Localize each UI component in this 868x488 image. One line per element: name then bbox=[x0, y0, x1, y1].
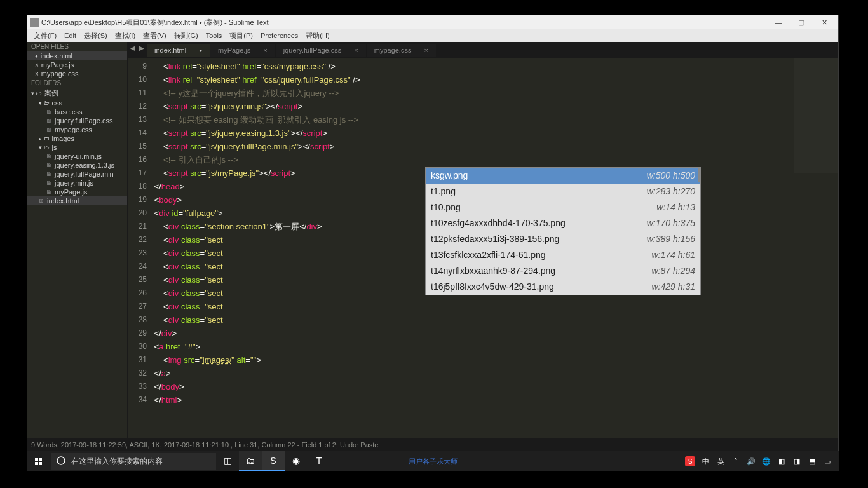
tray-volume-icon[interactable]: 🔊 bbox=[746, 456, 756, 466]
autocomplete-item[interactable]: t12pksfedaxxx51i3j-389-156.pngw:389 h:15… bbox=[426, 231, 700, 247]
maximize-button[interactable]: ▢ bbox=[790, 16, 813, 29]
tab-index[interactable]: index.html● bbox=[147, 44, 210, 57]
file-item[interactable]: 🗎index.html bbox=[27, 196, 127, 205]
file-icon: 🗎 bbox=[46, 171, 52, 177]
file-icon: 🗎 bbox=[46, 153, 52, 159]
tray-sogou-icon[interactable]: S bbox=[685, 456, 695, 466]
open-file-item[interactable]: index.html bbox=[27, 51, 127, 60]
autocomplete-item[interactable]: t14nyrflxbxxaanhk9-87-294.pngw:87 h:294 bbox=[426, 263, 700, 279]
file-item[interactable]: 🗎jquery-ui.min.js bbox=[27, 152, 127, 161]
file-item[interactable]: 🗎jquery.min.js bbox=[27, 179, 127, 187]
app-icon bbox=[30, 18, 39, 27]
menu-edit[interactable]: Edit bbox=[60, 32, 80, 39]
file-item[interactable]: 🗎jquery.fullPage.css bbox=[27, 116, 127, 125]
tab-bar: index.html● myPage.js× jquery.fullPage.c… bbox=[128, 42, 838, 58]
editor-area: ◀ ▶ ▼ index.html● myPage.js× jquery.full… bbox=[128, 42, 838, 438]
tray-app-icon[interactable]: ⬒ bbox=[807, 456, 817, 466]
file-item[interactable]: 🗎jquery.easing.1.3.js bbox=[27, 161, 127, 170]
tray-ime-zh[interactable]: 中 bbox=[700, 456, 710, 466]
autocomplete-scrollbar[interactable] bbox=[698, 168, 700, 182]
taskbar-center-text: 用户各子乐大师 bbox=[409, 457, 458, 466]
folder-open-icon: ▾ 🗁 bbox=[39, 144, 50, 151]
menu-find[interactable]: 查找(I) bbox=[111, 31, 139, 41]
folder-images[interactable]: ▸ 🗀images bbox=[27, 134, 127, 143]
menu-project[interactable]: 项目(P) bbox=[226, 31, 257, 41]
minimap-viewport[interactable] bbox=[794, 58, 838, 173]
search-placeholder: 在这里输入你要搜索的内容 bbox=[71, 456, 163, 467]
autocomplete-popup[interactable]: ksgw.pngw:500 h:500 t1.pngw:283 h:270 t1… bbox=[425, 167, 701, 295]
folder-closed-icon: ▸ 🗀 bbox=[39, 135, 50, 142]
svg-rect-1 bbox=[39, 458, 42, 461]
tab-fullpage-css[interactable]: jquery.fullPage.css× bbox=[276, 44, 366, 57]
autocomplete-item[interactable]: ksgw.pngw:500 h:500 bbox=[426, 168, 700, 184]
cortana-icon bbox=[56, 456, 66, 468]
taskbar-app[interactable]: T bbox=[308, 451, 330, 471]
minimap[interactable] bbox=[794, 58, 838, 438]
folder-js[interactable]: ▾ 🗁js bbox=[27, 143, 127, 152]
autocomplete-item[interactable]: t13fcsfklcxxa2xfli-174-61.pngw:174 h:61 bbox=[426, 247, 700, 263]
tab-close-icon[interactable]: × bbox=[354, 46, 358, 54]
menu-file[interactable]: 文件(F) bbox=[30, 31, 60, 41]
windows-icon bbox=[35, 458, 42, 465]
autocomplete-item[interactable]: t10zesfg4axxxdhbd4-170-375.pngw:170 h:37… bbox=[426, 215, 700, 231]
tray-ime-en[interactable]: 英 bbox=[715, 456, 726, 466]
tab-close-icon[interactable]: × bbox=[424, 46, 428, 54]
autocomplete-item[interactable]: t16j5pfl8fxxc4v5dw-429-31.pngw:429 h:31 bbox=[426, 279, 700, 295]
file-icon: 🗎 bbox=[46, 126, 52, 133]
statusbar: 9 Words, 2017-09-18 11:22:59, ASCII, 1K,… bbox=[27, 438, 838, 451]
autocomplete-item[interactable]: t10.pngw:14 h:13 bbox=[426, 200, 700, 215]
window-title: C:\Users\apple\Desktop\H5项目01\案例\index.h… bbox=[41, 18, 767, 27]
tab-dirty-icon: ● bbox=[199, 48, 202, 53]
sidebar: OPEN FILES index.html myPage.js mypage.c… bbox=[27, 42, 128, 438]
open-file-item[interactable]: myPage.js bbox=[27, 60, 127, 69]
nav-back-button[interactable]: ◀ bbox=[130, 44, 138, 53]
menu-view[interactable]: 查看(V) bbox=[139, 31, 170, 41]
menu-goto[interactable]: 转到(G) bbox=[170, 31, 202, 41]
taskbar-chrome[interactable]: ◉ bbox=[285, 451, 308, 471]
tray-network-icon[interactable]: 🌐 bbox=[761, 456, 771, 466]
file-item[interactable]: 🗎jquery.fullPage.min bbox=[27, 170, 127, 179]
code-editor[interactable]: 9101112131415161718192021222324252627282… bbox=[128, 58, 838, 438]
svg-point-4 bbox=[57, 457, 65, 464]
folder-root[interactable]: ▾ 🗁案例 bbox=[27, 88, 127, 98]
file-item[interactable]: 🗎mypage.css bbox=[27, 125, 127, 134]
autocomplete-item[interactable]: t1.pngw:283 h:270 bbox=[426, 184, 700, 200]
taskbar-sublime[interactable]: S bbox=[262, 451, 285, 471]
tab-mypage-css[interactable]: mypage.css× bbox=[367, 44, 436, 57]
tab-close-icon[interactable]: × bbox=[263, 46, 267, 54]
file-item[interactable]: 🗎base.css bbox=[27, 107, 127, 116]
tab-mypage-js[interactable]: myPage.js× bbox=[210, 44, 275, 57]
minimize-button[interactable]: — bbox=[767, 16, 790, 29]
taskbar-explorer[interactable]: 🗂 bbox=[239, 451, 262, 471]
folder-open-icon: ▾ 🗁 bbox=[39, 100, 50, 106]
tray-action-center-icon[interactable]: ▭ bbox=[822, 456, 832, 466]
folder-open-icon: ▾ 🗁 bbox=[31, 90, 42, 97]
folder-css[interactable]: ▾ 🗁css bbox=[27, 98, 127, 107]
menu-help[interactable]: 帮助(H) bbox=[302, 31, 333, 41]
file-item[interactable]: 🗎myPage.js bbox=[27, 187, 127, 196]
tray-app-icon[interactable]: ◨ bbox=[792, 456, 802, 466]
titlebar: C:\Users\apple\Desktop\H5项目01\案例\index.h… bbox=[27, 15, 838, 29]
open-file-item[interactable]: mypage.css bbox=[27, 69, 127, 78]
search-box[interactable]: 在这里输入你要搜索的内容 bbox=[51, 453, 216, 470]
menu-preferences[interactable]: Preferences bbox=[257, 32, 302, 39]
close-button[interactable]: ✕ bbox=[813, 16, 836, 29]
tray-chevron-icon[interactable]: ˄ bbox=[731, 456, 741, 466]
file-icon: 🗎 bbox=[46, 189, 52, 195]
task-view-button[interactable]: ◫ bbox=[216, 451, 239, 471]
tray-app-icon[interactable]: ◧ bbox=[776, 456, 787, 466]
menu-tools[interactable]: Tools bbox=[202, 32, 226, 39]
svg-rect-3 bbox=[39, 462, 42, 465]
menubar: 文件(F) Edit 选择(S) 查找(I) 查看(V) 转到(G) Tools… bbox=[27, 29, 838, 42]
gutter: 9101112131415161718192021222324252627282… bbox=[128, 58, 152, 438]
file-icon: 🗎 bbox=[39, 198, 44, 204]
menu-select[interactable]: 选择(S) bbox=[80, 31, 111, 41]
taskbar: 在这里输入你要搜索的内容 ◫ 🗂 S ◉ T 用户各子乐大师 S 中 英 ˄ 🔊… bbox=[27, 451, 839, 471]
file-icon: 🗎 bbox=[46, 162, 52, 168]
open-files-header: OPEN FILES bbox=[27, 42, 127, 51]
folders-header: FOLDERS bbox=[27, 78, 127, 88]
app-window: C:\Users\apple\Desktop\H5项目01\案例\index.h… bbox=[27, 15, 839, 452]
nav-forward-button[interactable]: ▶ bbox=[139, 44, 147, 53]
system-tray: S 中 英 ˄ 🔊 🌐 ◧ ◨ ⬒ ▭ bbox=[685, 456, 839, 466]
start-button[interactable] bbox=[27, 451, 50, 471]
